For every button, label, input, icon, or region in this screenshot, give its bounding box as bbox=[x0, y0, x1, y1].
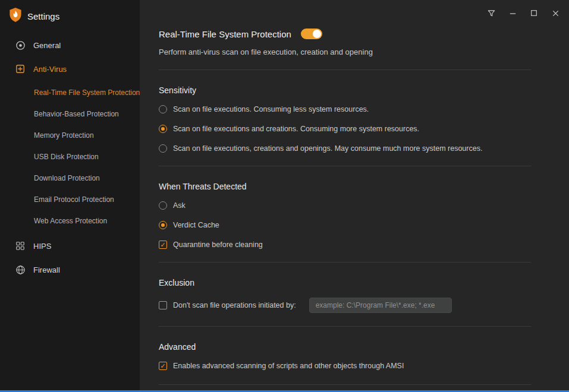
sidebar-subitem-memory-protection[interactable]: Memory Protection bbox=[0, 125, 140, 146]
minimize-icon[interactable] bbox=[504, 5, 521, 21]
amsi-scanning-option[interactable]: Enables advanced scanning of scripts and… bbox=[159, 362, 531, 370]
main-panel: Real-Time File System Protection Perform… bbox=[140, 0, 569, 390]
sidebar: Settings General An bbox=[0, 0, 140, 390]
quarantine-before-cleaning-option[interactable]: Quarantine before cleaning bbox=[159, 241, 531, 249]
sidebar-item-firewall[interactable]: Firewall bbox=[0, 258, 140, 282]
threats-option-ask[interactable]: Ask bbox=[159, 201, 531, 210]
settings-window: Settings General An bbox=[0, 0, 569, 392]
app-header: Settings bbox=[0, 0, 140, 33]
page-subtitle: Perform anti-virus scan on file executio… bbox=[159, 48, 531, 56]
divider bbox=[159, 384, 531, 385]
section-heading-exclusion: Exclusion bbox=[159, 278, 531, 287]
globe-icon bbox=[15, 264, 26, 275]
divider bbox=[159, 326, 531, 327]
sidebar-subitem-download-protection[interactable]: Download Protection bbox=[0, 167, 140, 189]
close-icon[interactable] bbox=[546, 5, 564, 21]
plus-square-icon bbox=[15, 64, 26, 74]
page-header: Real-Time File System Protection bbox=[159, 29, 531, 39]
divider bbox=[159, 69, 531, 70]
realtime-protection-toggle[interactable] bbox=[301, 29, 322, 39]
section-heading-sensitivity: Sensitivity bbox=[159, 86, 531, 95]
checkbox-unchecked[interactable] bbox=[159, 301, 167, 309]
page-title: Real-Time File System Protection bbox=[159, 29, 291, 39]
exclusion-option-row: Don't scan file operations initiated by: bbox=[159, 298, 531, 313]
window-controls bbox=[482, 5, 564, 21]
radio-button-checked[interactable] bbox=[159, 125, 167, 133]
sidebar-item-label: Anti-Virus bbox=[33, 65, 67, 74]
section-heading-threats: When Threats Detected bbox=[159, 182, 531, 191]
sidebar-item-antivirus[interactable]: Anti-Virus bbox=[0, 57, 140, 81]
sidebar-item-label: General bbox=[33, 41, 61, 50]
sidebar-item-hips[interactable]: HIPS bbox=[0, 234, 140, 258]
grid-icon bbox=[15, 241, 26, 251]
sidebar-item-label: HIPS bbox=[33, 242, 51, 251]
radio-button-checked[interactable] bbox=[159, 221, 167, 229]
checkbox-checked[interactable] bbox=[159, 362, 167, 370]
option-label: Scan on file executions, creations and o… bbox=[173, 144, 482, 153]
antivirus-sub-list: Real-Time File System Protection Behavio… bbox=[0, 81, 140, 234]
option-label: Ask bbox=[173, 201, 186, 210]
radio-button[interactable] bbox=[159, 201, 167, 210]
sensitivity-option-executions-creations-openings[interactable]: Scan on file executions, creations and o… bbox=[159, 144, 531, 153]
option-label: Enables advanced scanning of scripts and… bbox=[173, 362, 404, 370]
sensitivity-option-executions[interactable]: Scan on file executions. Consuming less … bbox=[159, 105, 531, 113]
option-label: Don't scan file operations initiated by: bbox=[173, 301, 296, 309]
checkbox-checked[interactable] bbox=[159, 241, 167, 249]
sidebar-nav: General Anti-Virus Real-Time File System… bbox=[0, 33, 140, 282]
option-label: Scan on file executions. Consuming less … bbox=[173, 105, 369, 113]
radio-button[interactable] bbox=[159, 144, 167, 153]
option-label: Scan on file executions and creations. C… bbox=[173, 125, 419, 133]
sidebar-item-general[interactable]: General bbox=[0, 33, 140, 57]
window-title: Settings bbox=[27, 11, 59, 21]
option-label: Verdict Cache bbox=[173, 221, 219, 229]
toggle-knob bbox=[313, 30, 321, 38]
option-label: Quarantine before cleaning bbox=[173, 241, 263, 249]
sidebar-subitem-usb-protection[interactable]: USB Disk Protection bbox=[0, 146, 140, 167]
divider bbox=[159, 262, 531, 263]
filter-icon[interactable] bbox=[482, 5, 500, 21]
settings-content: Real-Time File System Protection Perform… bbox=[140, 0, 569, 385]
sensitivity-option-executions-creations[interactable]: Scan on file executions and creations. C… bbox=[159, 125, 531, 133]
section-heading-advanced: Advanced bbox=[159, 342, 531, 352]
sidebar-item-label: Firewall bbox=[33, 265, 60, 274]
divider bbox=[159, 166, 531, 166]
sidebar-subitem-realtime-protection[interactable]: Real-Time File System Protection bbox=[0, 82, 140, 103]
exclusion-path-input[interactable] bbox=[309, 298, 452, 313]
app-logo-shield-flame-icon bbox=[9, 7, 22, 25]
target-icon bbox=[15, 40, 26, 50]
sidebar-subitem-behavior-protection[interactable]: Behavior-Based Protection bbox=[0, 103, 140, 125]
sidebar-subitem-email-protection[interactable]: Email Protocol Protection bbox=[0, 189, 140, 210]
sidebar-subitem-web-protection[interactable]: Web Access Protection bbox=[0, 210, 140, 232]
maximize-icon[interactable] bbox=[525, 5, 543, 21]
radio-button[interactable] bbox=[159, 105, 167, 113]
threats-option-verdict-cache[interactable]: Verdict Cache bbox=[159, 221, 531, 229]
